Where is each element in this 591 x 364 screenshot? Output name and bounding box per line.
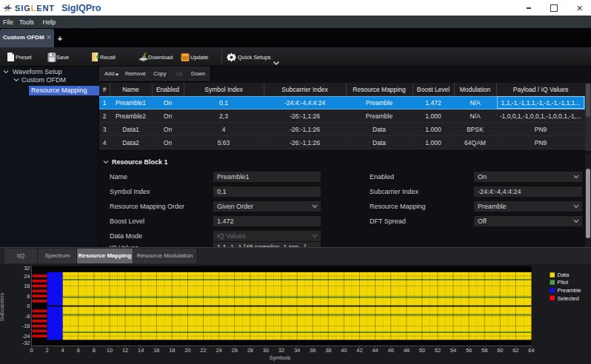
svg-text:6: 6	[77, 347, 80, 354]
svg-text:26: 26	[232, 347, 238, 354]
svg-text:34: 34	[294, 347, 300, 354]
svg-text:0: 0	[30, 347, 33, 354]
svg-text:62: 62	[512, 347, 518, 354]
svg-text:W: W	[182, 55, 188, 61]
svg-text:32: 32	[278, 347, 284, 354]
svg-text:12: 12	[122, 347, 128, 354]
svg-text:2: 2	[46, 347, 49, 354]
svg-text:32: 32	[24, 265, 30, 272]
svg-text:42: 42	[356, 347, 362, 354]
svg-text:Selected: Selected	[558, 295, 579, 302]
svg-text:-8: -8	[25, 313, 30, 320]
svg-text:16: 16	[24, 283, 30, 289]
svg-text:30: 30	[263, 347, 269, 354]
svg-text:Symbols: Symbols	[270, 354, 291, 361]
svg-text:40: 40	[341, 347, 347, 354]
svg-text:16: 16	[153, 347, 159, 354]
svg-text:8: 8	[27, 293, 30, 300]
svg-text:0: 0	[27, 303, 30, 309]
svg-text:56: 56	[466, 347, 472, 354]
svg-text:22: 22	[200, 347, 206, 354]
svg-text:4: 4	[61, 347, 64, 354]
svg-text:58: 58	[481, 347, 487, 354]
svg-text:20: 20	[184, 347, 190, 354]
svg-text:60: 60	[497, 347, 503, 354]
svg-text:Subcarriers: Subcarriers	[0, 293, 5, 322]
svg-text:10: 10	[107, 347, 113, 354]
svg-text:28: 28	[247, 347, 253, 354]
svg-text:-24: -24	[22, 333, 30, 340]
svg-text:50: 50	[419, 347, 425, 354]
svg-text:46: 46	[388, 347, 394, 354]
svg-text:54: 54	[450, 347, 456, 354]
svg-text:48: 48	[404, 347, 410, 354]
svg-text:14: 14	[138, 347, 144, 354]
svg-text:18: 18	[169, 347, 175, 354]
svg-text:Data: Data	[558, 272, 570, 278]
svg-text:24: 24	[216, 347, 221, 354]
svg-text:24: 24	[24, 273, 30, 280]
svg-text:8: 8	[93, 347, 96, 354]
svg-text:Pilot: Pilot	[558, 279, 570, 286]
svg-text:44: 44	[372, 347, 378, 354]
svg-text:52: 52	[435, 347, 441, 354]
svg-text:Preamble: Preamble	[558, 287, 581, 294]
svg-text:64: 64	[528, 347, 534, 354]
svg-text:-32: -32	[22, 340, 30, 346]
svg-text:-16: -16	[22, 323, 30, 329]
svg-text:36: 36	[310, 347, 315, 354]
svg-text:38: 38	[325, 347, 331, 354]
